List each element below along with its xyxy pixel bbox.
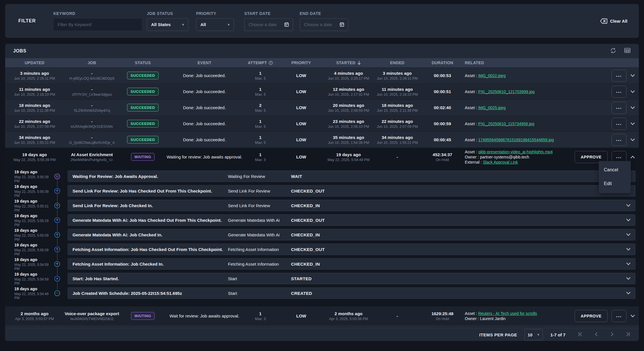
priority-select[interactable]: All ▼ (196, 18, 234, 31)
refresh-button[interactable] (610, 47, 616, 55)
event-time-relative: 19 days ago (14, 213, 50, 218)
event-title: Generate Matedata With Ai: Job Checked I… (73, 232, 228, 237)
job-event-timeline: 19 days agoMay 22, 2025, 5:55:39 PMWaiti… (5, 166, 639, 306)
event-card[interactable]: Send Link For Review: Job Checked In.Sen… (68, 200, 635, 211)
event-stage: Start (228, 276, 291, 281)
job-cell: -kliJNVegBcWQr31lESXMv (64, 119, 120, 129)
event-card[interactable]: Fetching Asset Information: Job Checked … (68, 258, 635, 270)
expand-chevron-icon[interactable] (631, 106, 635, 109)
arrow-up-circle-icon (54, 246, 61, 253)
updated-cell-primary: 2 months ago (5, 311, 64, 316)
related-link[interactable]: IMG_0022.jpeg (478, 73, 506, 78)
expand-chevron-icon[interactable] (626, 204, 631, 207)
event-card[interactable]: Generate Matedata With Ai: Job Checked I… (68, 229, 635, 240)
next-page-icon (610, 332, 614, 338)
event-card[interactable]: Start: Job Has Started.StartSTARTED (68, 273, 635, 284)
job-status-select[interactable]: All States ▼ (147, 18, 188, 31)
start-date-input[interactable]: Choose a date (244, 18, 293, 31)
priority-cell: LOW (278, 154, 325, 159)
expand-chevron-icon[interactable] (626, 219, 631, 221)
table-row: 19 days agoMay 22, 2025, 5:55:39 PMAI As… (5, 148, 639, 166)
related-link[interactable]: PXL_20250610_115734958.jpg (478, 121, 534, 126)
event-text: Done: Job succeeded. (166, 73, 243, 78)
event-card[interactable]: Waiting For Review: Job Awaits Approval.… (68, 170, 635, 182)
first-page-button[interactable] (578, 332, 583, 338)
expand-chevron-icon[interactable] (631, 90, 635, 93)
column-header-text: RELATED (465, 60, 484, 65)
related-link[interactable]: PXL_20250610_121703999.jpg (478, 89, 535, 94)
row-menu-button[interactable]: ●●● (612, 134, 627, 146)
related-link[interactable]: IMG_0025.jpeg (478, 105, 506, 110)
job-cell-primary: Voice-over package export (64, 311, 120, 316)
expand-chevron-icon[interactable] (631, 122, 635, 125)
row-menu-button[interactable]: ●●● (612, 102, 627, 114)
expand-chevron-icon[interactable] (626, 262, 631, 265)
event-title: Send Link For Review: Job Has Checked Ou… (73, 189, 228, 193)
attempt-count: 1 (243, 311, 278, 316)
event-time-relative: 19 days ago (14, 287, 50, 291)
sort-descending-icon[interactable] (357, 61, 361, 65)
started-cell-secondary: May 22, 2025, 5:54:49 PM (325, 158, 372, 162)
event-icon-wrap (50, 232, 64, 238)
row-menu-button[interactable]: ●●● (612, 86, 627, 98)
approve-button[interactable]: APPROVE (575, 310, 608, 322)
expand-chevron-icon[interactable] (626, 233, 631, 236)
expand-chevron-icon[interactable] (631, 315, 635, 317)
expand-chevron-icon[interactable] (631, 138, 635, 141)
row-menu-button[interactable]: ●●● (612, 118, 627, 130)
expand-chevron-icon[interactable] (626, 248, 631, 251)
clear-all-button[interactable]: Clear All (600, 18, 627, 24)
info-icon[interactable] (269, 61, 273, 65)
expand-chevron-icon[interactable] (631, 156, 635, 158)
started-cell-secondary: Jun 10, 2025, 2:17:32 PM (325, 93, 372, 97)
column-header-started[interactable]: STARTED (325, 60, 372, 65)
event-icon-wrap (50, 275, 64, 282)
event-cell: Waiting for review: Job awaits approval. (166, 154, 243, 159)
keyword-input[interactable] (53, 18, 142, 31)
ellipsis-icon: ●●● (616, 107, 622, 109)
items-per-page-select[interactable]: 10 ▼ (524, 329, 543, 340)
priority-cell: LOW (278, 89, 325, 94)
related-link[interactable]: 1749556456867615169188415544859.jpg (478, 138, 554, 142)
column-header-status: STATUS (120, 60, 166, 65)
expand-chevron-icon[interactable] (626, 277, 631, 280)
related-line: Asset : IMG_0025.jpeg (465, 105, 571, 110)
column-header-label: UPDATED (25, 60, 44, 65)
column-header-text: STARTED (336, 60, 355, 65)
expand-chevron-icon[interactable] (631, 74, 635, 77)
job-cell-secondary: kliJNVegBcWQr31lESXMv (64, 125, 120, 129)
related-link[interactable]: qibb-presentation-video_ai-highlights.mp… (478, 150, 553, 154)
event-card[interactable]: Fetching Asset Information: Job Has Chec… (68, 244, 635, 255)
row-actions: ●●● (571, 70, 639, 82)
duration-cell-primary: 00:00:59 (422, 121, 462, 126)
last-page-button[interactable] (625, 332, 630, 338)
duration-cell: 00:00:45 (422, 137, 462, 142)
next-page-button[interactable] (610, 332, 614, 338)
related-label: Asset : (465, 150, 478, 154)
event-card[interactable]: Send Link For Review: Job Has Checked Ou… (68, 185, 635, 197)
expand-chevron-icon[interactable] (626, 292, 631, 295)
related-value: partner-systems@qibb.tech (480, 155, 529, 159)
calendar-icon[interactable] (284, 22, 289, 27)
end-date-input[interactable]: Choose a date (300, 18, 348, 31)
context-menu-item-edit[interactable]: Edit (599, 179, 631, 189)
context-menu-item-cancel[interactable]: Cancel (599, 165, 631, 175)
filter-title: FILTER (18, 18, 53, 23)
event-card[interactable]: Job Created With Schedule: 2025-05-22t15… (68, 287, 635, 299)
related-link[interactable]: Reuters - AI Tech used for scrolls (478, 311, 537, 316)
row-menu-button[interactable]: ●●● (612, 70, 627, 82)
started-cell-secondary: Jun 10, 2025, 1:54:36 PM (325, 141, 372, 145)
updated-cell: 19 days agoMay 22, 2025, 5:55:39 PM (5, 152, 64, 162)
related-link[interactable]: Slack Approval Link (483, 160, 518, 164)
attempt-count: 1 (243, 135, 278, 140)
updated-cell-primary: 34 minutes ago (5, 135, 64, 140)
previous-page-button[interactable] (594, 332, 599, 338)
column-settings-button[interactable] (624, 47, 631, 55)
updated-cell-secondary: Jun 10, 2025, 1:55:21 PM (5, 141, 64, 145)
event-card[interactable]: Generate Matedata With Ai: Job Has Check… (68, 214, 635, 226)
row-menu-button[interactable]: ●●● (612, 310, 627, 322)
updated-cell-secondary: Jun 10, 2025, 2:07:09 PM (5, 125, 64, 129)
related-value: Laurent Jardin (480, 316, 506, 321)
column-header-label: RELATED (465, 60, 484, 65)
calendar-icon[interactable] (339, 22, 345, 27)
